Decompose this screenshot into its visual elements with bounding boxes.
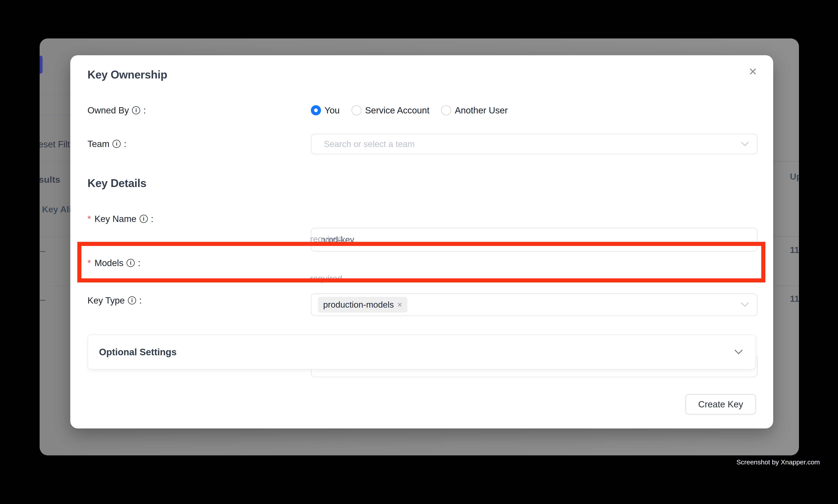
radio-option-service-account[interactable]: Service Account <box>352 105 430 115</box>
info-icon: i <box>128 296 136 305</box>
modal-title: Key Ownership <box>88 68 167 81</box>
label-colon: : <box>139 295 142 306</box>
team-select[interactable]: Search or select a team <box>311 134 757 155</box>
owned-by-label-text: Owned By <box>88 105 129 115</box>
selected-model-tag: production-models × <box>318 297 407 312</box>
radio-option-label: Service Account <box>365 105 430 115</box>
background-column-updated-fragment: Up <box>790 172 799 182</box>
background-divider <box>773 236 799 237</box>
info-icon: i <box>112 140 121 148</box>
background-date-cell-fragment: 11/ <box>790 245 799 255</box>
radio-unchecked-icon <box>352 105 362 115</box>
close-icon[interactable]: ✕ <box>745 64 761 79</box>
key-name-input[interactable] <box>311 228 757 252</box>
radio-option-you[interactable]: You <box>311 105 340 115</box>
background-divider <box>40 115 70 115</box>
background-primary-button-fragment <box>40 56 42 74</box>
background-divider <box>40 236 70 237</box>
chevron-down-icon <box>734 349 743 355</box>
key-name-label: * Key Name i : <box>88 213 153 225</box>
label-colon: : <box>151 214 154 224</box>
info-icon: i <box>126 259 135 267</box>
models-multiselect[interactable]: production-models × <box>311 293 757 316</box>
background-date-cell-fragment: 11/ <box>790 294 799 304</box>
background-reset-filters-fragment: eset Filt <box>40 139 70 149</box>
tag-remove-icon[interactable]: × <box>397 301 402 309</box>
background-divider <box>40 161 70 162</box>
label-colon: : <box>143 105 146 115</box>
key-type-label: Key Type i : <box>88 294 142 307</box>
key-name-validation-message: required <box>310 234 342 244</box>
create-key-modal: Key Ownership ✕ Owned By i : You Service… <box>70 55 773 429</box>
screenshot-root: { "watermark": "Screenshot by Xnapper.co… <box>0 0 838 504</box>
models-validation-message: required <box>310 273 342 284</box>
team-select-placeholder: Search or select a team <box>324 139 415 149</box>
label-colon: : <box>124 139 126 149</box>
selected-model-tag-text: production-models <box>323 300 394 310</box>
required-asterisk: * <box>88 258 91 268</box>
background-divider <box>40 286 70 286</box>
team-label-text: Team <box>88 139 109 149</box>
key-name-label-text: Key Name <box>94 214 137 224</box>
background-table-cell-dash: – <box>40 245 45 256</box>
chevron-down-icon <box>741 142 749 146</box>
radio-checked-icon <box>311 105 321 115</box>
label-colon: : <box>138 258 140 268</box>
team-label: Team i : <box>88 138 126 150</box>
required-asterisk: * <box>88 214 91 224</box>
models-label-text: Models <box>94 258 123 268</box>
owned-by-label: Owned By i : <box>88 104 146 116</box>
background-divider <box>40 94 70 95</box>
background-divider <box>773 286 799 286</box>
info-icon: i <box>132 106 140 114</box>
background-divider <box>773 161 799 162</box>
xnapper-watermark: Screenshot by Xnapper.com <box>736 458 820 466</box>
radio-option-label: You <box>324 105 340 115</box>
app-window-dimmed: eset Filt sults Key Alia – – Up 11/ 11/ … <box>40 38 799 455</box>
optional-settings-panel[interactable]: Optional Settings <box>88 335 756 370</box>
key-details-section-title: Key Details <box>88 177 146 190</box>
background-results-count-fragment: sults <box>40 174 60 185</box>
radio-option-label: Another User <box>455 105 507 115</box>
radio-option-another-user[interactable]: Another User <box>441 105 507 115</box>
background-table-cell-dash: – <box>40 294 45 305</box>
key-type-label-text: Key Type <box>88 295 125 306</box>
optional-settings-title: Optional Settings <box>99 347 177 357</box>
models-label: * Models i : <box>88 257 140 269</box>
chevron-down-icon <box>741 302 749 307</box>
info-icon: i <box>140 215 148 223</box>
radio-unchecked-icon <box>441 105 451 115</box>
owned-by-radio-group: You Service Account Another User <box>311 100 507 121</box>
create-key-button[interactable]: Create Key <box>685 394 756 414</box>
